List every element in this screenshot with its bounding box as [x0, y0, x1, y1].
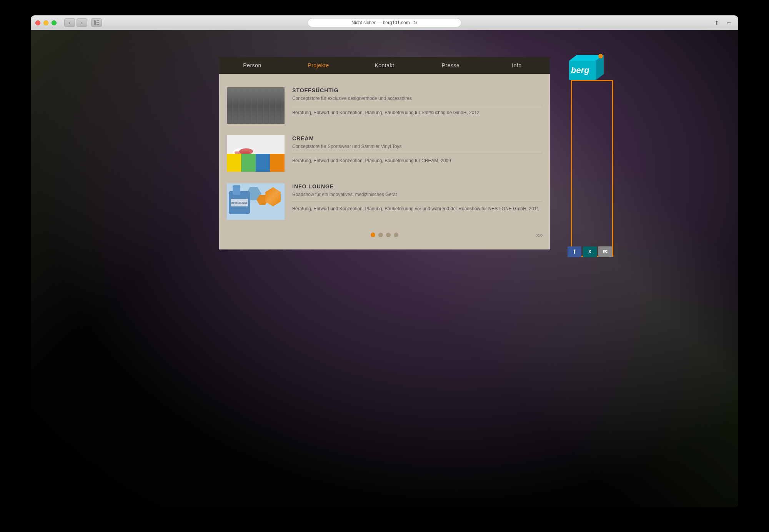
project-title-stoffsuchtig: STOFFSÜCHTIG — [292, 87, 542, 93]
project-cream: CREAM Conceptstore für Sportswear und Sa… — [219, 130, 550, 178]
website-container: Person Projekte Kontakt Presse Info — [31, 30, 738, 507]
project-desc-cream: Beratung, Entwurf und Konzeption, Planun… — [292, 157, 542, 164]
svg-rect-17 — [227, 155, 285, 172]
project-image-info-lounge: INFO LOUNGE — [227, 183, 285, 220]
pagination-dot-1[interactable] — [371, 233, 375, 237]
next-arrow[interactable]: »» — [536, 231, 542, 239]
refresh-button[interactable]: ↻ — [413, 20, 418, 26]
svg-rect-19 — [256, 155, 270, 172]
pagination-dot-3[interactable] — [386, 233, 391, 237]
xing-icon[interactable]: X — [583, 246, 597, 257]
svg-rect-1 — [97, 20, 99, 21]
svg-rect-5 — [227, 87, 285, 124]
nav-buttons: ‹ › — [64, 18, 87, 27]
window-controls — [35, 20, 57, 25]
svg-rect-3 — [97, 24, 99, 25]
facebook-icon[interactable]: f — [568, 246, 581, 257]
project-subtitle-info-lounge: Roadshow für ein innovatives, medizinisc… — [292, 192, 542, 201]
project-stoffsuchtig: orng STOFFSÜCHTIG Conceptstore für exclu… — [219, 81, 550, 130]
svg-text:orng: orng — [229, 88, 235, 92]
nav-info[interactable]: Info — [484, 57, 550, 74]
sidebar-toggle[interactable] — [91, 18, 102, 27]
url-bar[interactable]: Nicht sicher — berg101.com ↻ — [308, 18, 461, 27]
site-wrapper: Person Projekte Kontakt Presse Info — [219, 57, 550, 249]
main-nav: Person Projekte Kontakt Presse Info — [219, 57, 550, 74]
svg-rect-14 — [269, 110, 273, 115]
project-info-info-lounge: INFO LOUNGE Roadshow für ein innovatives… — [292, 183, 542, 220]
svg-rect-4 — [227, 87, 285, 124]
svg-rect-12 — [269, 95, 273, 101]
pagination: »» — [219, 226, 550, 242]
project-info-lounge: INFO LOUNGE INFO LOUNGE Roadshow für ein… — [219, 178, 550, 226]
url-text: Nicht sicher — berg101.com — [351, 20, 409, 25]
svg-text:INFO LOUNGE: INFO LOUNGE — [231, 202, 247, 204]
project-image-cream — [227, 135, 285, 172]
pagination-dot-4[interactable] — [394, 233, 398, 237]
svg-rect-20 — [270, 155, 285, 172]
svg-text:berg: berg — [571, 65, 589, 75]
project-subtitle-cream: Conceptstore für Sportswear und Sammler … — [292, 144, 542, 153]
svg-rect-13 — [269, 103, 273, 108]
browser-content: Person Projekte Kontakt Presse Info — [31, 30, 738, 507]
close-button[interactable] — [35, 20, 40, 25]
project-desc-info-lounge: Beratung, Entwurf und Konzeption, Planun… — [292, 205, 542, 212]
email-icon[interactable]: ✉ — [598, 246, 612, 257]
project-title-cream: CREAM — [292, 135, 542, 141]
svg-rect-23 — [235, 151, 250, 154]
svg-point-35 — [598, 54, 603, 58]
nav-kontakt[interactable]: Kontakt — [351, 57, 418, 74]
svg-rect-10 — [250, 95, 253, 114]
project-desc-stoffsuchtig: Beratung, Entwurf und Konzeption, Planun… — [292, 109, 542, 116]
svg-rect-28 — [233, 185, 240, 195]
svg-rect-11 — [265, 91, 277, 118]
browser-window: ‹ › Nicht sicher — berg101.com ↻ ⬆ ▭ — [31, 15, 738, 507]
nav-person[interactable]: Person — [219, 57, 285, 74]
svg-rect-0 — [94, 20, 96, 25]
project-info-cream: CREAM Conceptstore für Sportswear und Sa… — [292, 135, 542, 172]
project-image-stoffsuchtig: orng — [227, 87, 285, 124]
orange-frame — [571, 80, 613, 257]
project-title-info-lounge: INFO LOUNGE — [292, 183, 542, 190]
nav-presse[interactable]: Presse — [418, 57, 484, 74]
content-area: orng STOFFSÜCHTIG Conceptstore für exclu… — [219, 74, 550, 249]
share-icon[interactable]: ⬆ — [712, 18, 721, 27]
maximize-button[interactable] — [52, 20, 57, 25]
svg-rect-16 — [227, 135, 285, 172]
toolbar-right: ⬆ ▭ — [712, 18, 734, 27]
svg-rect-18 — [241, 155, 256, 172]
nav-projekte[interactable]: Projekte — [285, 57, 351, 74]
social-icons: f X ✉ — [568, 246, 612, 257]
svg-rect-8 — [235, 91, 238, 114]
forward-button[interactable]: › — [77, 18, 87, 27]
svg-rect-2 — [97, 22, 99, 23]
minimize-button[interactable] — [43, 20, 48, 25]
svg-rect-9 — [242, 93, 245, 114]
back-button[interactable]: ‹ — [64, 18, 75, 27]
titlebar: ‹ › Nicht sicher — berg101.com ↻ ⬆ ▭ — [31, 15, 738, 30]
project-subtitle-stoffsuchtig: Conceptstore für exclusive designermode … — [292, 96, 542, 105]
project-info-stoffsuchtig: STOFFSÜCHTIG Conceptstore für exclusive … — [292, 87, 542, 124]
pagination-dot-2[interactable] — [378, 233, 383, 237]
reading-list-icon[interactable]: ▭ — [724, 18, 734, 27]
